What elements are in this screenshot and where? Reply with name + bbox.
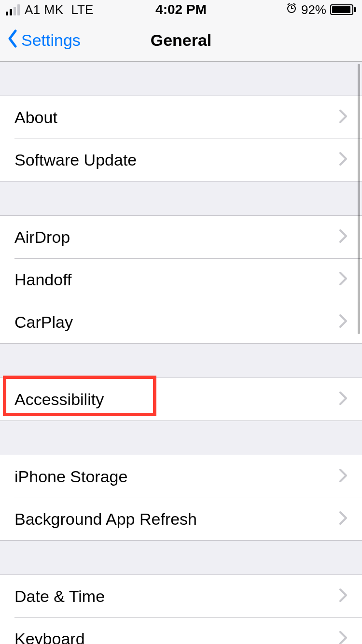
svg-line-3 (288, 3, 290, 5)
status-bar: A1 MK LTE 4:02 PM 92% (0, 0, 362, 19)
nav-bar: Settings General (0, 19, 362, 62)
chevron-right-icon (339, 468, 348, 485)
cell-label: iPhone Storage (14, 467, 339, 486)
signal-strength-icon (6, 4, 20, 15)
back-button[interactable]: Settings (0, 29, 81, 52)
status-left: A1 MK LTE (6, 2, 93, 17)
chevron-right-icon (339, 271, 348, 288)
screen: A1 MK LTE 4:02 PM 92% Settings General (0, 0, 362, 644)
chevron-right-icon (339, 109, 348, 126)
chevron-right-icon (339, 391, 348, 407)
content-scroll[interactable]: About Software Update AirDrop Handoff Ca… (0, 62, 362, 644)
cell-label: Software Update (14, 151, 339, 169)
scrollbar-indicator (358, 64, 360, 334)
svg-line-4 (293, 3, 295, 5)
battery-icon (330, 4, 356, 15)
cell-label: Keyboard (14, 630, 339, 644)
cell-keyboard[interactable]: Keyboard (0, 617, 362, 644)
group-datetime: Date & Time Keyboard (0, 574, 362, 644)
cell-label: About (14, 108, 339, 127)
group-spacer (0, 62, 362, 96)
cell-software-update[interactable]: Software Update (0, 139, 362, 181)
battery-percent-label: 92% (301, 2, 326, 17)
group-accessibility: Accessibility (0, 378, 362, 421)
cell-iphone-storage[interactable]: iPhone Storage (0, 455, 362, 498)
carrier-label: A1 MK (25, 2, 64, 17)
chevron-right-icon (339, 314, 348, 330)
cell-handoff[interactable]: Handoff (0, 258, 362, 301)
chevron-right-icon (339, 511, 348, 527)
chevron-right-icon (339, 229, 348, 245)
group-storage: iPhone Storage Background App Refresh (0, 455, 362, 541)
page-title: General (151, 31, 212, 50)
cell-label: Background App Refresh (14, 510, 339, 529)
group-about: About Software Update (0, 96, 362, 182)
group-spacer (0, 541, 362, 574)
cell-accessibility[interactable]: Accessibility (0, 378, 362, 420)
status-right: 92% (286, 2, 356, 17)
chevron-right-icon (339, 588, 348, 604)
cell-label: Accessibility (14, 390, 339, 409)
group-airdrop: AirDrop Handoff CarPlay (0, 215, 362, 344)
cell-airdrop[interactable]: AirDrop (0, 216, 362, 258)
group-spacer (0, 421, 362, 455)
group-spacer (0, 182, 362, 215)
cell-label: CarPlay (14, 313, 339, 332)
cell-label: Date & Time (14, 587, 339, 606)
chevron-left-icon (7, 29, 18, 52)
alarm-icon (286, 2, 297, 17)
back-label: Settings (21, 31, 81, 50)
cell-label: Handoff (14, 270, 339, 289)
chevron-right-icon (339, 152, 348, 168)
clock-label: 4:02 PM (155, 2, 207, 17)
cell-label: AirDrop (14, 228, 339, 247)
cell-carplay[interactable]: CarPlay (0, 301, 362, 343)
chevron-right-icon (339, 630, 348, 644)
group-spacer (0, 344, 362, 378)
cell-background-app-refresh[interactable]: Background App Refresh (0, 498, 362, 540)
network-type-label: LTE (71, 2, 94, 17)
cell-date-time[interactable]: Date & Time (0, 575, 362, 617)
cell-about[interactable]: About (0, 96, 362, 139)
